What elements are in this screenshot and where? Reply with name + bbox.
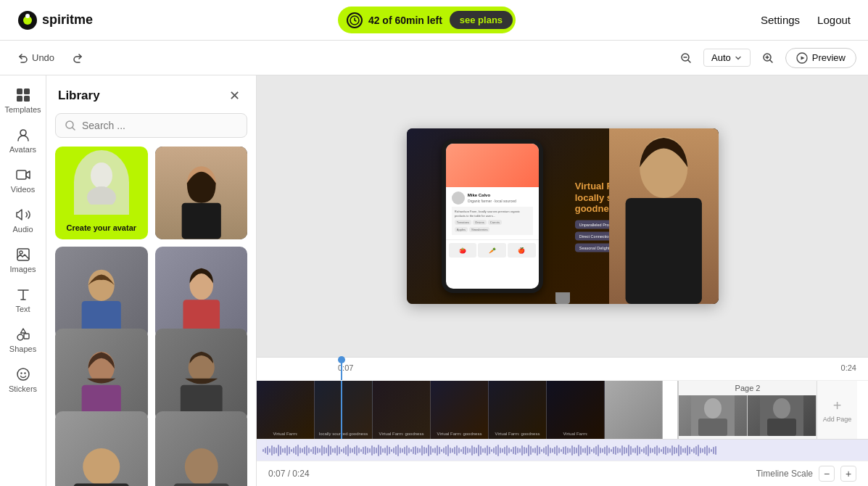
slide-preview: Mike Calvo Organic farmer · local source… <box>407 128 719 304</box>
wave-bar <box>665 446 666 455</box>
undo-button[interactable]: Undo <box>12 49 60 67</box>
wave-bar <box>432 448 434 453</box>
shapes-label: Shapes <box>9 345 36 353</box>
wave-bar <box>708 448 710 453</box>
chevron-down-icon <box>734 54 743 62</box>
wave-bar <box>269 448 270 453</box>
audio-label: Audio <box>12 225 33 234</box>
avatar-card-4[interactable] <box>55 329 148 421</box>
zoom-mode-label: Auto <box>711 52 731 63</box>
avatar-card-7[interactable] <box>155 411 248 487</box>
timeline-zoom-out-button[interactable]: − <box>819 466 835 482</box>
wave-bar <box>600 448 601 453</box>
sidebar-item-videos[interactable]: Videos <box>0 161 46 199</box>
avatar-card-5[interactable] <box>155 329 248 421</box>
wave-bar <box>434 448 436 453</box>
wave-bar <box>465 446 466 455</box>
wave-bar <box>352 448 353 453</box>
search-input[interactable] <box>82 120 238 131</box>
wave-bar <box>308 448 310 453</box>
sidebar-item-audio[interactable]: Audio <box>0 201 46 239</box>
wave-bar <box>593 448 595 453</box>
monitor-stand <box>555 292 570 304</box>
preview-button[interactable]: Preview <box>785 48 856 68</box>
search-bar <box>55 113 247 138</box>
wave-bar <box>682 448 684 453</box>
logout-button[interactable]: Logout <box>817 14 851 26</box>
phone-profile: Mike Calvo Organic farmer · local source… <box>446 187 539 240</box>
sidebar-item-templates[interactable]: Templates <box>0 81 46 120</box>
wave-bar <box>587 445 588 456</box>
phone-screen: Mike Calvo Organic farmer · local source… <box>446 144 539 289</box>
sidebar-item-images[interactable]: Images <box>0 241 46 279</box>
create-avatar-card[interactable]: Create your avatar <box>55 147 148 239</box>
timeline-tracks: Virtual Farm: locally sourced goodness V… <box>257 381 868 439</box>
wave-bar <box>484 448 486 453</box>
sidebar-item-text[interactable]: Text <box>0 281 46 319</box>
timeline-playhead-ruler <box>341 358 342 380</box>
svg-rect-7 <box>17 88 22 94</box>
wave-bar <box>611 449 612 452</box>
wave-bar <box>369 448 371 453</box>
track-thumb-4: Virtual Farm: goodness <box>431 381 489 439</box>
wave-bar <box>671 445 673 456</box>
avatar-person-3 <box>155 260 248 339</box>
wave-bar <box>678 445 679 456</box>
wave-bar <box>299 448 301 453</box>
wave-bar <box>615 446 616 455</box>
waveform <box>263 443 862 458</box>
phone-header <box>446 144 539 187</box>
svg-rect-12 <box>17 170 26 179</box>
avatars-label: Avatars <box>9 145 36 154</box>
phone-tag: Tomatoes <box>455 220 471 225</box>
wave-bar <box>365 446 366 455</box>
wave-bar <box>591 449 592 452</box>
redo-button[interactable] <box>66 49 89 67</box>
zoom-out-button[interactable] <box>674 49 698 67</box>
svg-rect-41 <box>698 419 727 436</box>
avatar-card-6[interactable] <box>55 411 148 487</box>
wave-bar <box>495 446 497 455</box>
sidebar-item-stickers[interactable]: Stickers <box>0 361 46 399</box>
phone-tag: Carrots <box>488 220 502 225</box>
wave-bar <box>537 445 538 456</box>
wave-bar <box>302 448 303 453</box>
avatar-card-2[interactable] <box>55 247 148 339</box>
svg-rect-13 <box>17 249 29 260</box>
wave-bar <box>685 448 686 453</box>
wave-bar <box>713 447 714 454</box>
settings-button[interactable]: Settings <box>761 14 800 26</box>
wave-bar <box>441 449 442 452</box>
play-icon <box>796 52 808 64</box>
wave-bar <box>334 448 336 453</box>
wave-bar <box>530 446 532 455</box>
wave-bar <box>326 448 327 453</box>
sidebar-item-avatars[interactable]: Avatars <box>0 121 46 160</box>
wave-bar <box>278 445 279 456</box>
wave-bar <box>652 448 653 453</box>
wave-bar <box>332 448 334 453</box>
wave-bar <box>539 447 540 454</box>
timeline-zoom-in-button[interactable]: + <box>840 466 856 482</box>
avatar-card-1[interactable] <box>155 147 248 239</box>
wave-bar <box>563 447 564 454</box>
audio-track <box>257 439 868 461</box>
video-track: Virtual Farm: locally sourced goodness V… <box>257 381 677 439</box>
library-panel: Library ✕ Create your avatar <box>46 75 257 486</box>
wave-bar <box>373 447 375 454</box>
avatar-card-3[interactable] <box>155 247 248 339</box>
library-close-button[interactable]: ✕ <box>224 86 244 106</box>
produce-item: 🍎 <box>508 243 536 258</box>
see-plans-button[interactable]: see plans <box>450 11 513 29</box>
wave-bar <box>478 445 479 456</box>
wave-bar <box>276 448 277 453</box>
zoom-in-button[interactable] <box>756 49 780 67</box>
add-page-button[interactable]: + Add Page <box>817 381 857 439</box>
wave-bar <box>493 448 495 453</box>
svg-point-33 <box>83 448 120 485</box>
wave-bar <box>706 445 708 456</box>
svg-point-18 <box>20 372 22 374</box>
current-time-label: 0:07 / 0:24 <box>268 469 310 479</box>
zoom-mode-select[interactable]: Auto <box>703 49 751 67</box>
sidebar-item-shapes[interactable]: Shapes <box>0 321 46 359</box>
